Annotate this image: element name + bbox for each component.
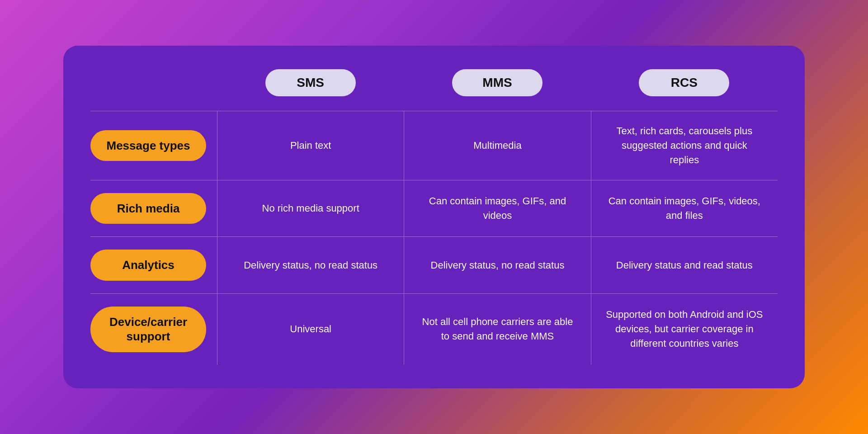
- device-support-mms-cell: Not all cell phone carriers are able to …: [404, 293, 590, 365]
- rich-media-mms-cell: Can contain images, GIFs, and videos: [404, 180, 590, 237]
- analytics-mms-cell: Delivery status, no read status: [404, 236, 590, 293]
- message-types-mms-cell: Multimedia: [404, 111, 590, 180]
- rich-media-pill: Rich media: [90, 193, 206, 224]
- message-types-rcs-cell: Text, rich cards, carousels plus suggest…: [591, 111, 778, 180]
- message-types-sms-cell: Plain text: [217, 111, 404, 180]
- device-support-sms-cell: Universal: [217, 293, 404, 365]
- col-header-rcs: RCS: [591, 69, 778, 111]
- analytics-rcs-cell: Delivery status and read status: [591, 236, 778, 293]
- analytics-pill: Analytics: [90, 250, 206, 281]
- rich-media-rcs-cell: Can contain images, GIFs, videos, and fi…: [591, 180, 778, 237]
- mms-header-pill: MMS: [452, 69, 542, 96]
- rcs-header-pill: RCS: [639, 69, 729, 96]
- row-label-analytics: Analytics: [90, 236, 217, 293]
- row-label-device-support: Device/carrier support: [90, 293, 217, 365]
- col-header-sms: SMS: [217, 69, 404, 111]
- comparison-table: SMS MMS RCS Message types Plain text Mul…: [90, 69, 778, 365]
- comparison-card: SMS MMS RCS Message types Plain text Mul…: [63, 46, 805, 388]
- rich-media-sms-cell: No rich media support: [217, 180, 404, 237]
- row-label-rich-media: Rich media: [90, 180, 217, 237]
- device-support-rcs-cell: Supported on both Android and iOS device…: [591, 293, 778, 365]
- analytics-sms-cell: Delivery status, no read status: [217, 236, 404, 293]
- device-support-pill: Device/carrier support: [90, 307, 206, 352]
- sms-header-pill: SMS: [265, 69, 356, 96]
- header-spacer: [90, 69, 217, 111]
- row-label-message-types: Message types: [90, 111, 217, 180]
- message-types-pill: Message types: [90, 130, 206, 161]
- col-header-mms: MMS: [404, 69, 590, 111]
